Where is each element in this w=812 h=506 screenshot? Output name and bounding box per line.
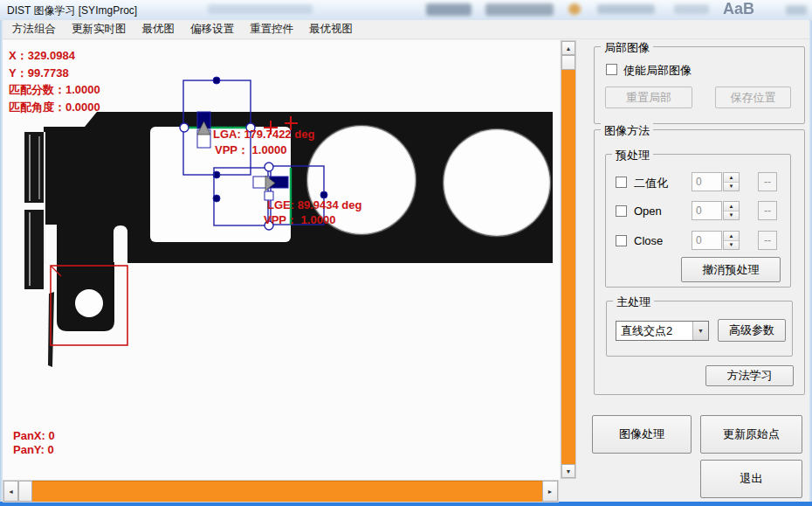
titlebar-ghost-text: AaB: [723, 0, 754, 18]
titlebar-ghost-blur: [208, 4, 313, 14]
spin-down-icon[interactable]: ▼: [724, 183, 739, 191]
window-title: DIST 图像学习 [SYImgProc]: [7, 3, 137, 18]
preprocess-group: 预处理 二值化 0 ▲ ▼ -- Open 0 ▲ ▼ -- Close 0: [605, 154, 791, 288]
enable-local-image-label: 使能局部图像: [623, 63, 692, 79]
main-process-group: 主处理 直线交点2 ▼ 高级参数: [606, 301, 793, 357]
binarize-spinner[interactable]: ▲ ▼: [723, 172, 740, 191]
spin-down-icon[interactable]: ▼: [724, 211, 739, 220]
local-image-group-title: 局部图像: [601, 40, 653, 56]
titlebar-ghost-blur: [568, 3, 581, 15]
local-image-group: 局部图像 使能局部图像 重置局部 保存位置: [594, 46, 805, 124]
method-select[interactable]: 直线交点2 ▼: [616, 321, 709, 341]
scroll-left-button[interactable]: ◄: [3, 481, 18, 502]
image-process-button[interactable]: 图像处理: [592, 415, 692, 454]
enable-local-image-checkbox[interactable]: [606, 64, 617, 75]
menu-item-best-view[interactable]: 最优视图: [301, 19, 361, 39]
binarize-range-box: --: [758, 172, 777, 191]
vertical-scrollbar[interactable]: ▲ ▼: [561, 40, 576, 479]
readout-match-score: 匹配分数：1.0000: [9, 82, 100, 98]
reset-local-button[interactable]: 重置局部: [605, 87, 692, 108]
titlebar[interactable]: DIST 图像学习 [SYImgProc] AaB: [0, 0, 812, 21]
exit-button[interactable]: 退出: [700, 460, 802, 498]
binarize-checkbox[interactable]: [616, 177, 627, 188]
preprocess-group-title: 预处理: [612, 148, 653, 163]
spin-up-icon[interactable]: ▲: [724, 232, 739, 241]
menu-item-reset-controls[interactable]: 重置控件: [242, 19, 301, 39]
open-value-input[interactable]: 0: [692, 201, 722, 220]
save-position-button[interactable]: 保存位置: [715, 87, 791, 108]
open-label: Open: [634, 204, 662, 218]
open-checkbox[interactable]: [616, 205, 627, 217]
undo-preprocess-button[interactable]: 撤消预处理: [681, 257, 781, 282]
scroll-up-icon: ▲: [566, 45, 572, 52]
roi-handle: [265, 163, 273, 171]
close-range-box: --: [758, 231, 777, 250]
menu-item-update-live-image[interactable]: 更新实时图: [64, 19, 134, 39]
binarize-value-input[interactable]: 0: [692, 172, 722, 191]
close-spinner[interactable]: ▲ ▼: [723, 231, 740, 250]
method-learn-button[interactable]: 方法学习: [705, 365, 794, 386]
readout-x: X：329.0984: [9, 48, 75, 64]
vertical-scrollbar-thumb[interactable]: [561, 55, 575, 70]
titlebar-ghost-blur: [674, 4, 709, 14]
readout-pan-y: PanY: 0: [13, 443, 54, 456]
readout-match-angle: 匹配角度：0.0000: [9, 100, 100, 115]
label-lga: LGA: 179.7422 deg: [213, 128, 314, 141]
titlebar-ghost-blur: [426, 3, 471, 16]
close-value-input[interactable]: 0: [692, 231, 722, 250]
scroll-left-icon: ◄: [8, 489, 14, 495]
titlebar-ghost-blur: [485, 3, 554, 16]
readout-pan-x: PanX: 0: [13, 429, 55, 442]
app-window: DIST 图像学习 [SYImgProc] AaB 方法组合 更新实时图 最优图…: [0, 0, 812, 506]
main-process-group-title: 主处理: [613, 295, 654, 310]
menu-item-best-image[interactable]: 最优图: [134, 19, 183, 39]
open-range-box: --: [758, 201, 777, 220]
close-label: Close: [634, 234, 663, 247]
open-spinner[interactable]: ▲ ▼: [723, 201, 740, 220]
horizontal-scrollbar-thumb[interactable]: [18, 481, 32, 502]
label-lge-vpp: VPP： 1.0000: [264, 212, 335, 228]
readout-y: Y：99.7738: [9, 66, 69, 81]
scroll-down-button[interactable]: ▼: [561, 464, 575, 478]
menu-item-offset-settings[interactable]: 偏移设置: [182, 19, 242, 39]
horizontal-scrollbar[interactable]: ◄ ►: [3, 480, 559, 503]
binarize-label: 二值化: [634, 176, 668, 191]
scroll-up-button[interactable]: ▲: [561, 41, 575, 55]
image-viewport[interactable]: X：329.0984 Y：99.7738 匹配分数：1.0000 匹配角度：0.…: [3, 40, 560, 480]
scroll-right-icon: ►: [547, 489, 554, 495]
spin-up-icon[interactable]: ▲: [724, 202, 739, 211]
menu-item-method-combo[interactable]: 方法组合: [4, 19, 64, 39]
spin-down-icon[interactable]: ▼: [724, 241, 739, 250]
roi-handle: [180, 123, 189, 132]
titlebar-ghost-blur: [597, 4, 655, 14]
titlebar-ghost-blur: [786, 5, 807, 15]
scroll-right-button[interactable]: ►: [542, 481, 558, 502]
label-lga-vpp: VPP： 1.0000: [215, 142, 286, 158]
update-origin-button[interactable]: 更新原始点: [700, 415, 802, 454]
advanced-params-button[interactable]: 高级参数: [718, 319, 786, 342]
label-lge: LGE: 89.9434 deg: [267, 198, 361, 211]
close-checkbox[interactable]: [616, 235, 627, 246]
image-method-group-title: 图像方法: [601, 123, 653, 139]
method-select-value: 直线交点2: [616, 322, 692, 340]
image-method-group: 图像方法 预处理 二值化 0 ▲ ▼ -- Open 0 ▲ ▼ --: [594, 129, 805, 395]
spin-up-icon[interactable]: ▲: [724, 173, 739, 183]
dropdown-arrow-icon[interactable]: ▼: [692, 322, 708, 340]
scroll-down-icon: ▼: [566, 468, 572, 475]
horizontal-scrollbar-track[interactable]: [32, 481, 542, 502]
menubar: 方法组合 更新实时图 最优图 偏移设置 重置控件 最优视图: [3, 20, 809, 39]
